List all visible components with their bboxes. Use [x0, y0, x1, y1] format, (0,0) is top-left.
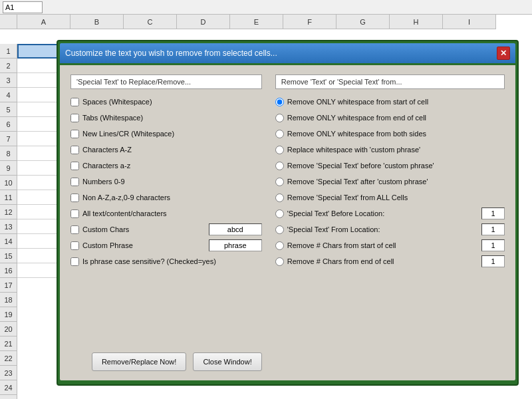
radio-row-8: 'Special Text' Before Location: — [275, 206, 505, 221]
dialog-content: 'Special Text' to Replace/Remove... Spac… — [60, 65, 515, 380]
radio-row-3: Remove ONLY whitespace from both sides — [275, 126, 505, 141]
radio-row-4: Replace whitespace with 'custom phrase' — [275, 142, 505, 157]
row-header: 3 — [0, 73, 17, 88]
radio-label-3: Remove ONLY whitespace from both sides — [287, 130, 426, 138]
left-section-header: 'Special Text' to Replace/Remove... — [70, 74, 262, 89]
radio-label-5: Remove 'Special Text' before 'custom phr… — [287, 162, 434, 170]
radio-row-9: 'Special Text' From Location: — [275, 222, 505, 237]
radio-replace-whitespace[interactable] — [275, 146, 284, 154]
row-header: 2 — [0, 59, 17, 73]
col-header-g: G — [336, 15, 390, 29]
radio-label-1: Remove ONLY whitespace from start of cel… — [287, 98, 428, 106]
radio-remove-before-phrase[interactable] — [275, 162, 284, 170]
row-header: 7 — [0, 132, 17, 146]
remove-replace-button[interactable]: Remove/Replace Now! — [92, 352, 187, 371]
checkbox-row-casesensitive: Is phrase case sensitive? (Checked=yes) — [70, 254, 262, 269]
radio-remove-all-cells[interactable] — [275, 194, 284, 202]
radio-remove-start-chars[interactable] — [275, 241, 284, 250]
checkbox-newlines-label: New Lines/CR (Whitespace) — [82, 130, 174, 138]
from-location-input[interactable] — [481, 223, 505, 235]
radio-label-6: Remove 'Special Text' after 'custom phra… — [287, 178, 428, 186]
radio-whitespace-both[interactable] — [275, 130, 284, 138]
row-header: 6 — [0, 117, 17, 132]
row-header: 21 — [0, 336, 17, 351]
radio-row-5: Remove 'Special Text' before 'custom phr… — [275, 158, 505, 173]
custom-phrase-input[interactable] — [209, 239, 262, 251]
checkbox-customphrase-label: Custom Phrase — [82, 241, 133, 249]
row-header: 18 — [0, 293, 17, 307]
checkbox-newlines[interactable] — [70, 130, 79, 138]
checkbox-tabs[interactable] — [70, 114, 79, 122]
radio-whitespace-start[interactable] — [275, 98, 284, 106]
left-column: 'Special Text' to Replace/Remove... Spac… — [70, 74, 262, 371]
cell-reference[interactable]: A1 — [3, 1, 43, 13]
checkbox-nums-label: Numbers 0-9 — [82, 178, 125, 186]
checkbox-nums[interactable] — [70, 178, 79, 186]
row-header: 20 — [0, 322, 17, 336]
checkbox-row-spaces: Spaces (Whitespace) — [70, 94, 262, 109]
row-header: 15 — [0, 249, 17, 263]
radio-row-7: Remove 'Special Text' from ALL Cells — [275, 190, 505, 205]
checkbox-row-tabs: Tabs (Whitespace) — [70, 110, 262, 125]
end-chars-input[interactable] — [481, 255, 505, 267]
radio-row-10: Remove # Chars from start of cell — [275, 238, 505, 253]
radio-row-6: Remove 'Special Text' after 'custom phra… — [275, 174, 505, 189]
col-header-h: H — [390, 15, 443, 29]
checkbox-char-saz-label: Characters a-z — [82, 162, 130, 170]
checkbox-alltext[interactable] — [70, 209, 79, 218]
checkbox-row-charsaz: Characters a-z — [70, 158, 262, 173]
checkbox-customphrase[interactable] — [70, 241, 79, 250]
col-header-c: C — [124, 15, 177, 29]
dialog: Customize the text you wish to remove fr… — [57, 40, 519, 386]
checkbox-char-saz[interactable] — [70, 162, 79, 170]
col-header-f: F — [283, 15, 336, 29]
custom-chars-input[interactable] — [209, 223, 262, 235]
bottom-buttons: Remove/Replace Now! Close Window! — [70, 352, 262, 371]
radio-from-location[interactable] — [275, 225, 284, 234]
radio-label-11: Remove # Chars from end of cell — [287, 257, 394, 265]
col-header-a: A — [17, 15, 70, 29]
checkbox-customchars[interactable] — [70, 225, 79, 234]
checkbox-nonalpha[interactable] — [70, 194, 79, 202]
radio-row-11: Remove # Chars from end of cell — [275, 254, 505, 269]
radio-row-2: Remove ONLY whitespace from end of cell — [275, 110, 505, 125]
row-header: 16 — [0, 263, 17, 278]
dialog-titlebar: Customize the text you wish to remove fr… — [60, 43, 515, 63]
row-header: 19 — [0, 307, 17, 322]
checkbox-row-newlines: New Lines/CR (Whitespace) — [70, 126, 262, 141]
radio-label-8: 'Special Text' Before Location: — [287, 209, 384, 217]
checkbox-casesensitive[interactable] — [70, 257, 79, 266]
col-header-e: E — [230, 15, 283, 29]
col-header-i: I — [443, 15, 496, 29]
row-header: 22 — [0, 351, 17, 366]
radio-label-10: Remove # Chars from start of cell — [287, 241, 396, 249]
checkbox-char-az[interactable] — [70, 146, 79, 154]
row-header: 10 — [0, 176, 17, 190]
radio-row-1: Remove ONLY whitespace from start of cel… — [275, 94, 505, 109]
dialog-title: Customize the text you wish to remove fr… — [65, 49, 277, 58]
radio-remove-end-chars[interactable] — [275, 257, 284, 266]
row-header: 1 — [0, 44, 17, 59]
checkbox-spaces-label: Spaces (Whitespace) — [82, 98, 152, 106]
close-window-button[interactable]: Close Window! — [193, 352, 261, 371]
radio-whitespace-end[interactable] — [275, 114, 284, 122]
checkbox-row-nonalpha: Non A-Z,a-z,0-9 characters — [70, 190, 262, 205]
row-header: 23 — [0, 366, 17, 380]
row-header: 14 — [0, 234, 17, 249]
row-header: 8 — [0, 146, 17, 161]
row-headers: 1 2 3 4 5 6 7 8 9 10 11 12 13 14 15 16 1… — [0, 44, 17, 399]
formula-bar: A1 — [0, 0, 532, 15]
row-header: 17 — [0, 278, 17, 293]
before-location-input[interactable] — [481, 207, 505, 219]
dialog-close-button[interactable]: ✕ — [497, 47, 510, 60]
start-chars-input[interactable] — [481, 239, 505, 251]
checkbox-row-charaz: Characters A-Z — [70, 142, 262, 157]
checkbox-tabs-label: Tabs (Whitespace) — [82, 114, 143, 122]
radio-label-9: 'Special Text' From Location: — [287, 225, 380, 233]
checkbox-spaces[interactable] — [70, 98, 79, 106]
row-header: 25 — [0, 395, 17, 399]
radio-label-2: Remove ONLY whitespace from end of cell — [287, 114, 426, 122]
radio-before-location[interactable] — [275, 209, 284, 218]
right-section-header: Remove 'Text' or 'Special Text' from... — [275, 74, 505, 89]
radio-remove-after-phrase[interactable] — [275, 178, 284, 186]
